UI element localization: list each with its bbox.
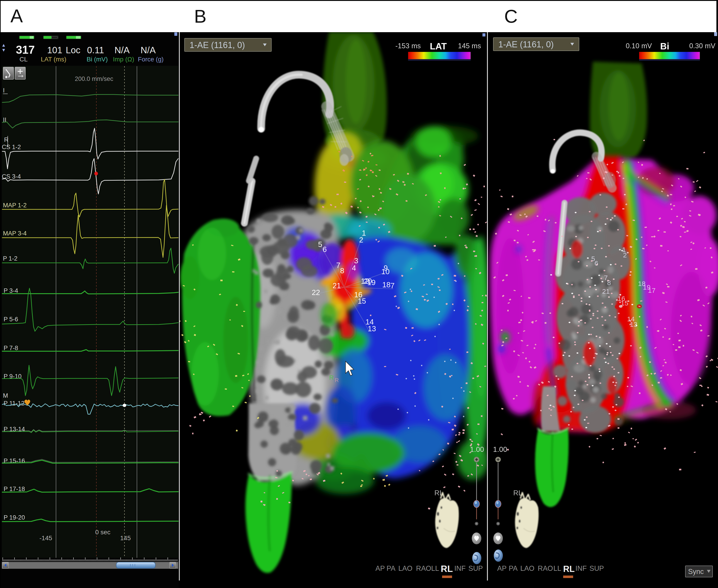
svg-text:21: 21	[333, 281, 341, 290]
svg-text:INF: INF	[575, 564, 587, 572]
svg-text:P 17-18: P 17-18	[4, 486, 25, 492]
svg-text:21: 21	[602, 288, 610, 295]
svg-text:4: 4	[352, 264, 356, 272]
svg-text:1-AE (1161, 0): 1-AE (1161, 0)	[189, 40, 245, 50]
svg-text:I: I	[3, 87, 5, 94]
svg-text:Loc: Loc	[66, 45, 81, 55]
svg-text:RAO: RAO	[416, 564, 431, 572]
svg-text:CS 1-2: CS 1-2	[2, 144, 21, 150]
svg-text:LL: LL	[553, 564, 561, 572]
svg-text:0 sec: 0 sec	[95, 529, 110, 536]
svg-text:13: 13	[368, 324, 376, 333]
svg-text:Force (g): Force (g)	[138, 56, 164, 63]
svg-text:Bi: Bi	[660, 41, 669, 51]
svg-text:M: M	[3, 392, 8, 399]
svg-text:1.00: 1.00	[493, 445, 507, 454]
svg-text:Imp (Ω): Imp (Ω)	[113, 56, 134, 63]
svg-text:P 1-2: P 1-2	[3, 255, 18, 262]
svg-text:A: A	[11, 5, 23, 26]
svg-text:1: 1	[622, 246, 626, 253]
svg-text:Sync: Sync	[688, 568, 704, 575]
svg-text:7: 7	[390, 281, 394, 290]
svg-text:0.11: 0.11	[87, 45, 104, 55]
svg-text:145: 145	[120, 534, 131, 542]
svg-text:RL: RL	[441, 564, 453, 574]
svg-text:MAP 3-4: MAP 3-4	[3, 230, 27, 237]
svg-text:P 7-8: P 7-8	[4, 345, 18, 352]
svg-text:B: B	[194, 6, 207, 26]
svg-text:N/A: N/A	[141, 45, 156, 55]
svg-text:145 ms: 145 ms	[458, 42, 481, 50]
svg-text:9: 9	[384, 264, 388, 272]
svg-text:22: 22	[312, 288, 320, 297]
svg-text:18: 18	[382, 280, 391, 289]
svg-text:R: R	[329, 374, 334, 381]
svg-text:LAT: LAT	[430, 41, 447, 51]
svg-text:7: 7	[336, 261, 340, 269]
svg-text:8: 8	[340, 267, 344, 275]
svg-text:6: 6	[594, 259, 598, 267]
svg-text:15: 15	[358, 297, 366, 305]
svg-text:-145: -145	[39, 534, 52, 542]
svg-text:INF: INF	[454, 564, 466, 572]
svg-text:P 19-20: P 19-20	[4, 514, 25, 521]
svg-text:RL: RL	[563, 564, 575, 574]
svg-text:101: 101	[47, 45, 62, 55]
svg-text:PA: PA	[509, 564, 518, 572]
svg-text:5: 5	[318, 240, 322, 249]
svg-text:MAP 1-2: MAP 1-2	[3, 202, 27, 209]
svg-text:-153 ms: -153 ms	[395, 42, 421, 50]
svg-text:SUP: SUP	[468, 564, 483, 572]
svg-text:6: 6	[323, 245, 327, 254]
svg-text:LAO: LAO	[520, 564, 534, 572]
svg-text:1-AE (1161, 0): 1-AE (1161, 0)	[498, 40, 554, 49]
svg-text:Bi (mV): Bi (mV)	[87, 56, 108, 63]
svg-text:N/A: N/A	[115, 45, 130, 55]
svg-text:0.30 mV: 0.30 mV	[689, 42, 716, 50]
svg-text:1.00: 1.00	[470, 445, 484, 454]
svg-text:17: 17	[648, 287, 655, 294]
svg-text:19: 19	[367, 278, 376, 287]
svg-text:R: R	[335, 377, 339, 383]
svg-text:PA: PA	[387, 564, 395, 572]
svg-text:317: 317	[16, 43, 35, 56]
svg-text:RAO: RAO	[538, 564, 553, 572]
svg-text:LL: LL	[431, 564, 439, 572]
svg-text:2: 2	[359, 236, 363, 244]
svg-text:200.0 mm/sec: 200.0 mm/sec	[75, 76, 114, 82]
svg-text:C: C	[504, 6, 518, 26]
svg-text:AP: AP	[497, 564, 507, 572]
svg-text:P 3-4: P 3-4	[4, 287, 18, 294]
svg-text:P 5-6: P 5-6	[4, 316, 18, 323]
svg-text:LAT (ms): LAT (ms)	[41, 56, 66, 63]
svg-text:AP: AP	[375, 564, 385, 572]
svg-text:LAO: LAO	[398, 564, 412, 572]
svg-text:SUP: SUP	[590, 564, 604, 572]
svg-text:0.10 mV: 0.10 mV	[626, 42, 652, 50]
svg-text:CL: CL	[20, 56, 28, 63]
